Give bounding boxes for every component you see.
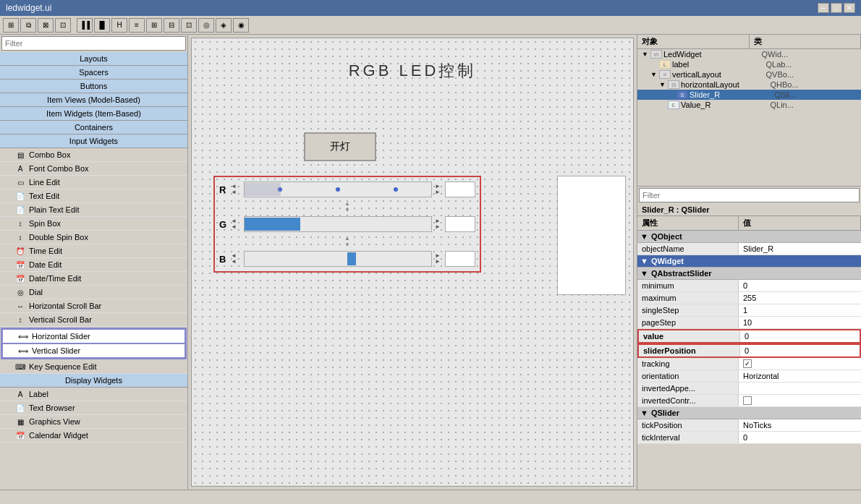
props-section-qslider[interactable]: ▼ QSlider	[637, 407, 861, 419]
slider-b-track[interactable]	[244, 251, 432, 267]
widget-item-text-browser[interactable]: 📄Text Browser	[0, 401, 187, 415]
toolbar-btn-13[interactable]: ◈	[216, 18, 232, 33]
category-spacers[interactable]: Spacers	[0, 66, 187, 80]
category-input-widgets[interactable]: Input Widgets	[0, 134, 187, 148]
prop-value-objectname[interactable]: Slider_R	[739, 243, 861, 255]
toolbar-btn-1[interactable]: ⊞	[3, 18, 19, 33]
props-row-orientation: orientation Horizontal	[637, 370, 861, 383]
slider-b-right-arrows: ►►	[435, 253, 445, 265]
toolbar-btn-8[interactable]: ≡	[129, 18, 145, 33]
widget-label-label: Label	[29, 390, 48, 398]
widget-item-plain-text-edit[interactable]: 📄Plain Text Edit	[0, 203, 187, 217]
prop-name-singlestep: singleStep	[637, 304, 739, 316]
widget-item-line-edit[interactable]: ▭Line Edit	[0, 176, 187, 189]
category-display-widgets[interactable]: Display Widgets	[0, 374, 187, 388]
widget-item-datetime-edit[interactable]: 📅Date/Time Edit	[0, 272, 187, 286]
props-filter-input[interactable]	[639, 188, 860, 202]
tree-class-horizontallayout: QHBo...	[771, 80, 860, 89]
filter-input[interactable]	[1, 36, 186, 51]
invertedcontr-checkbox[interactable]	[743, 396, 752, 405]
widget-item-dial[interactable]: ◎Dial	[0, 286, 187, 299]
toolbar-btn-7[interactable]: H	[111, 18, 127, 33]
title-bar-title: ledwidget.ui	[6, 3, 818, 13]
widget-item-text-edit[interactable]: 📄Text Edit	[0, 189, 187, 203]
props-section-qobject[interactable]: ▼ QObject	[637, 231, 861, 243]
widget-label-horiz-scroll: Horizontal Scroll Bar	[29, 302, 101, 310]
props-row-tickposition: tickPosition NoTicks	[637, 419, 861, 432]
prop-value-tracking[interactable]	[739, 358, 861, 370]
prop-value-minimum[interactable]: 0	[739, 280, 861, 291]
slider-r-track[interactable]	[244, 181, 432, 197]
widget-item-double-spin-box[interactable]: ↕Double Spin Box	[0, 231, 187, 244]
widget-label-date-edit: Date Edit	[29, 260, 62, 269]
tree-icon-value-r: E	[668, 101, 679, 109]
prop-value-pagestep[interactable]: 10	[739, 317, 861, 328]
widget-item-calendar-widget[interactable]: 📅Calendar Widget	[0, 429, 187, 443]
maximize-button[interactable]: □	[831, 3, 842, 13]
category-item-views[interactable]: Item Views (Model-Based)	[0, 93, 187, 107]
canvas-button[interactable]: 开灯	[304, 132, 376, 161]
minimize-button[interactable]: ─	[818, 3, 829, 13]
toolbar-btn-10[interactable]: ⊟	[164, 18, 179, 33]
prop-value-tickposition[interactable]: NoTicks	[739, 419, 861, 431]
close-button[interactable]: ✕	[844, 3, 855, 13]
category-layouts[interactable]: Layouts	[0, 52, 187, 66]
prop-value-invertedappe[interactable]	[739, 383, 861, 394]
toolbar-btn-2[interactable]: ⧉	[20, 18, 36, 33]
category-item-widgets[interactable]: Item Widgets (Item-Based)	[0, 107, 187, 121]
prop-value-orientation[interactable]: Horizontal	[739, 370, 861, 382]
center-panel: RGB LED控制 开灯 R ◄◄	[188, 35, 637, 490]
prop-value-value[interactable]: 0	[740, 330, 860, 342]
widget-icon-font-combo-box: A	[14, 163, 26, 174]
tree-expand-horizontallayout[interactable]: ▼	[659, 81, 668, 88]
tree-row-value-r[interactable]: E Value_R QLin...	[637, 100, 861, 110]
prop-name-invertedappe: invertedAppe...	[637, 383, 739, 394]
tree-expand-verticallayout[interactable]: ▼	[650, 71, 659, 78]
props-section-qabstractslider[interactable]: ▼ QAbstractSlider	[637, 268, 861, 280]
widget-item-vert-scroll[interactable]: ↕Vertical Scroll Bar	[0, 313, 187, 327]
tree-row-ledwidget[interactable]: ▼ W LedWidget QWid...	[637, 49, 861, 59]
widget-item-date-edit[interactable]: 📅Date Edit	[0, 258, 187, 272]
tree-class-value-r: QLin...	[771, 101, 860, 109]
toolbar-btn-9[interactable]: ⊞	[146, 18, 162, 33]
category-buttons[interactable]: Buttons	[0, 80, 187, 93]
prop-value-tickinterval[interactable]: 0	[739, 432, 861, 443]
widget-item-time-edit[interactable]: ⏰Time Edit	[0, 244, 187, 258]
toolbar-btn-12[interactable]: ◎	[198, 18, 214, 33]
tracking-checkbox[interactable]	[743, 359, 752, 368]
widget-item-combo-box[interactable]: ▤Combo Box	[0, 148, 187, 162]
widget-item-label[interactable]: ALabel	[0, 388, 187, 401]
tree-expand-ledwidget[interactable]: ▼	[642, 51, 650, 58]
prop-value-sliderposition[interactable]: 0	[740, 345, 860, 356]
slider-g-track[interactable]	[244, 216, 432, 232]
widget-item-graphics-view[interactable]: ▦Graphics View	[0, 415, 187, 429]
prop-value-maximum[interactable]: 255	[739, 292, 861, 304]
toolbar-btn-5[interactable]: ▐▐	[77, 18, 93, 33]
slider-b-spinbox[interactable]	[445, 251, 475, 267]
props-section-qwidget[interactable]: ▼ QWidget	[637, 255, 861, 268]
tree-row-verticallayout[interactable]: ▼ ≡ verticalLayout QVBo...	[637, 69, 861, 80]
slider-r-spinbox[interactable]	[445, 181, 475, 197]
widget-label-line-edit: Line Edit	[29, 178, 60, 187]
widget-item-font-combo-box[interactable]: AFont Combo Box	[0, 162, 187, 176]
toolbar-btn-6[interactable]: ▐▌	[94, 18, 110, 33]
color-preview	[557, 176, 626, 295]
toolbar-btn-4[interactable]: ⊡	[55, 18, 71, 33]
tree-row-slider-r[interactable]: S Slider_R QSli...	[637, 90, 861, 100]
category-containers[interactable]: Containers	[0, 121, 187, 134]
toolbar-btn-14[interactable]: ◉	[233, 18, 249, 33]
toolbar-btn-3[interactable]: ⊠	[38, 18, 54, 33]
tree-row-label[interactable]: L label QLab...	[637, 59, 861, 69]
prop-value-invertedcontr[interactable]	[739, 395, 861, 406]
widget-item-vert-slider[interactable]: ⟺Vertical Slider	[2, 343, 185, 358]
prop-value-singlestep[interactable]: 1	[739, 304, 861, 316]
widget-item-spin-box[interactable]: ↕Spin Box	[0, 217, 187, 231]
slider-g-spinbox[interactable]	[445, 216, 475, 232]
toolbar-btn-11[interactable]: ⊡	[181, 18, 197, 33]
widget-item-horiz-slider[interactable]: ⟺Horizontal Slider	[2, 329, 185, 343]
widget-item-horiz-scroll[interactable]: ↔Horizontal Scroll Bar	[0, 299, 187, 313]
tree-row-horizontallayout[interactable]: ▼ ⊟ horizontalLayout QHBo...	[637, 80, 861, 90]
widget-label-horiz-slider: Horizontal Slider	[32, 332, 90, 341]
widget-item-key-sequence[interactable]: ⌨Key Sequence Edit	[0, 360, 187, 374]
object-tree: 对象 类 ▼ W LedWidget QWid... L label QLab.…	[637, 35, 861, 187]
